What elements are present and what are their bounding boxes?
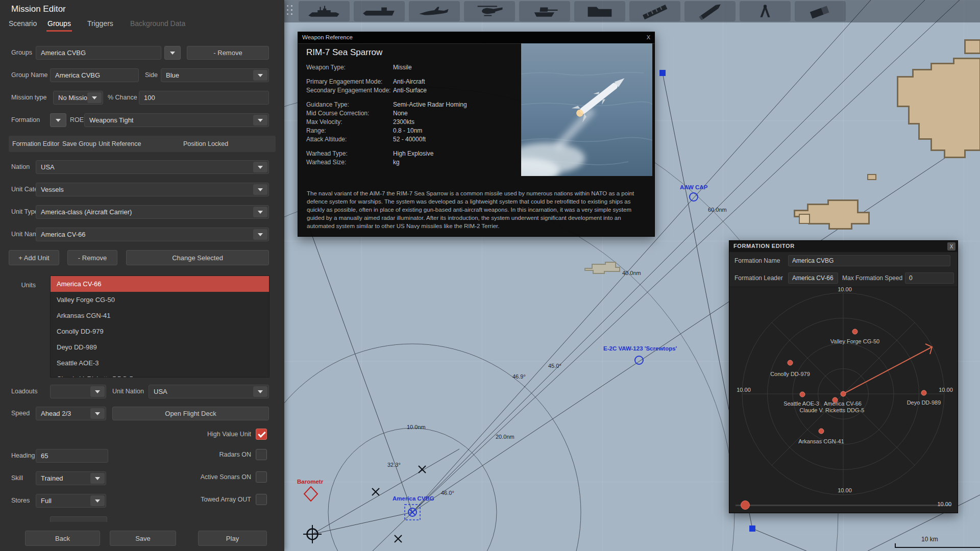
pencil-icon[interactable] (684, 1, 736, 21)
slider-knob[interactable] (741, 500, 750, 510)
formation-unit-dot[interactable] (832, 397, 838, 403)
tab-triggers[interactable]: Triggers (87, 17, 113, 30)
side-label: Side (145, 68, 158, 82)
radars-checkbox[interactable] (256, 449, 267, 460)
aircraft-icon[interactable] (409, 1, 460, 21)
ruler-icon[interactable] (629, 1, 680, 21)
formation-unit-dot[interactable] (921, 390, 927, 396)
formation-unit-dot[interactable] (841, 391, 846, 397)
dividers-icon[interactable] (740, 1, 791, 21)
loadouts-select[interactable] (50, 385, 106, 398)
tab-groups[interactable]: Groups (47, 17, 71, 30)
tab-background-data[interactable]: Background Data (130, 17, 185, 30)
open-flight-deck-button[interactable]: Open Flight Deck (112, 407, 269, 420)
barometr-marker[interactable] (304, 487, 317, 501)
play-button[interactable]: Play (198, 531, 267, 546)
weapon-field-value: High Explosive (393, 150, 433, 159)
speed-select[interactable]: Ahead 2/3 (36, 407, 106, 420)
formation-editor-button[interactable]: Formation Editor (12, 136, 59, 152)
hvu-label: High Value Unit (153, 428, 251, 441)
side-select[interactable]: Blue (161, 68, 269, 82)
stores-select[interactable]: Full (36, 494, 106, 508)
weapon-field-value: Anti-Surface (393, 87, 427, 95)
drag-handle-icon[interactable] (287, 5, 294, 17)
hvu-checkbox[interactable] (256, 429, 267, 440)
heading-input[interactable] (36, 449, 108, 463)
formation-plot[interactable] (729, 241, 958, 513)
towed-array-checkbox[interactable] (256, 494, 267, 505)
skill-select[interactable]: Trained (36, 471, 106, 485)
unit-reference-button[interactable]: Unit Reference (99, 136, 141, 152)
unit-name-select[interactable]: America CV-66 (36, 228, 269, 241)
chevron-down-icon (253, 207, 267, 217)
active-sonars-checkbox[interactable] (256, 471, 267, 483)
remove-unit-button[interactable]: - Remove (67, 250, 117, 265)
waypoint-square[interactable] (749, 525, 755, 532)
weapon-field-value: Semi-Active Radar Homing (393, 101, 467, 110)
mission-type-select[interactable]: No Mission (53, 91, 103, 105)
formation-dropdown-button[interactable] (50, 113, 66, 127)
formation-unit-label: Valley Forge CG-50 (830, 338, 879, 344)
close-icon[interactable]: X (647, 34, 650, 40)
unit-row[interactable]: Deyo DD-989 (51, 339, 269, 355)
tab-scenario[interactable]: Scenario (9, 17, 37, 30)
mission-type-label: Mission type (11, 91, 46, 105)
group-name-input[interactable] (50, 68, 139, 82)
save-group-button[interactable]: Save Group (62, 136, 96, 152)
unit-type-select[interactable]: America-class (Aircraft Carrier) (36, 205, 269, 219)
waypoint-square[interactable] (659, 70, 666, 76)
unit-category-value: Vessels (41, 186, 64, 193)
unit-name-value: America CV-66 (41, 231, 85, 238)
speed-value: Ahead 2/3 (41, 410, 71, 417)
folder-icon[interactable] (574, 1, 625, 21)
active-sonars-label: Active Sonars ON (153, 470, 251, 484)
change-selected-button[interactable]: Change Selected (126, 250, 269, 265)
unit-row[interactable]: Valley Forge CG-50 (51, 292, 269, 308)
unit-row[interactable]: Conolly DD-979 (51, 323, 269, 339)
unit-nation-select[interactable]: USA (149, 385, 269, 398)
unit-row[interactable]: America CV-66 (51, 276, 269, 292)
add-unit-button[interactable]: + Add Unit (9, 250, 59, 265)
warship-icon[interactable] (299, 1, 350, 21)
unit-row[interactable]: Seattle AOE-3 (51, 355, 269, 371)
weapon-reference-titlebar[interactable]: Weapon Reference X (298, 32, 654, 44)
aaw-cap-marker[interactable] (690, 193, 698, 201)
chevron-down-icon (253, 162, 267, 172)
back-button[interactable]: Back (25, 531, 100, 546)
group-select-field[interactable] (36, 46, 161, 60)
unit-category-select[interactable]: Vessels (36, 183, 269, 196)
formation-unit-dot[interactable] (800, 392, 805, 397)
unit-row[interactable]: Claude V. Ricketts DDG-5 (51, 371, 269, 378)
aircraft-carrier-icon[interactable] (354, 1, 405, 21)
map-label: America CVBG (393, 495, 434, 502)
reticle-marker[interactable] (303, 525, 322, 543)
formation-unit-label: Seattle AOE-3 (783, 400, 819, 407)
stores-value: Full (41, 497, 52, 505)
formation-unit-dot[interactable] (788, 360, 793, 366)
formation-unit-label: Arkansas CGN-41 (798, 438, 844, 444)
tank-icon[interactable] (519, 1, 570, 21)
formation-range-slider[interactable]: 10.00 (734, 500, 952, 511)
roe-value: Weapons Tight (89, 116, 133, 124)
save-button[interactable]: Save (110, 531, 176, 546)
unit-row[interactable]: Arkansas CGN-41 (51, 308, 269, 323)
remove-group-button[interactable]: - Remove (187, 46, 269, 60)
nation-select[interactable]: USA (36, 160, 269, 174)
weapon-field-value: 2300kts (393, 118, 414, 127)
formation-unit-dot[interactable] (852, 329, 858, 335)
map-label: Barometr (297, 479, 323, 485)
formation-unit-dot[interactable] (819, 429, 824, 434)
units-list[interactable]: America CV-66Valley Forge CG-50Arkansas … (50, 276, 270, 378)
group-dropdown-button[interactable] (164, 46, 181, 60)
skill-value: Trained (41, 474, 63, 482)
eraser-icon[interactable] (795, 1, 846, 21)
map-scale: 10 km (868, 536, 980, 551)
position-locked-toggle[interactable]: Position Locked (183, 136, 228, 152)
helicopter-icon[interactable] (464, 1, 515, 21)
e2c-unit-marker[interactable] (635, 356, 643, 364)
weapon-field-value: 0.8 - 10nm (393, 127, 422, 136)
chance-input[interactable] (139, 91, 269, 105)
slider-track[interactable] (736, 505, 951, 506)
weapon-description: The naval variant of the AIM-7 the RIM-7… (307, 189, 646, 230)
roe-select[interactable]: Weapons Tight (84, 113, 269, 127)
